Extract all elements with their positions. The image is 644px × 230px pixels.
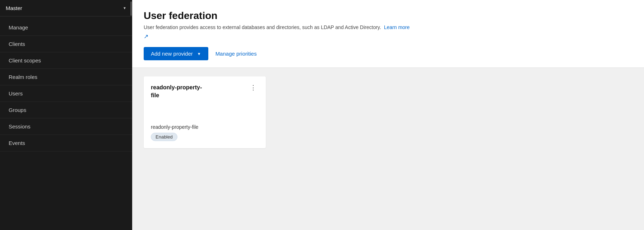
external-link-icon[interactable]: ↗ — [144, 33, 148, 40]
page-actions: Add new provider ▼ Manage priorities — [144, 47, 633, 60]
sidebar-item-clients[interactable]: Clients — [0, 36, 132, 52]
learn-more-link[interactable]: Learn more — [384, 24, 410, 30]
providers-grid: readonly-property- file⋮readonly-propert… — [144, 76, 633, 148]
external-link-wrapper: ↗ — [144, 33, 633, 40]
provider-card-body: readonly-property-fileEnabled — [151, 118, 259, 141]
status-badge: Enabled — [151, 133, 177, 141]
provider-card-readonly-property-file: readonly-property- file⋮readonly-propert… — [144, 76, 266, 148]
sidebar-item-client-scopes[interactable]: Client scopes — [0, 52, 132, 69]
realm-selector[interactable]: Master ▼ — [6, 0, 126, 16]
sidebar-item-events[interactable]: Events — [0, 135, 132, 151]
main-content: User federation User federation provides… — [132, 0, 644, 230]
sidebar-item-realm-roles[interactable]: Realm roles — [0, 69, 132, 85]
sidebar-item-sessions[interactable]: Sessions — [0, 118, 132, 135]
manage-priorities-button[interactable]: Manage priorities — [214, 47, 258, 60]
sidebar-item-manage[interactable]: Manage — [0, 19, 132, 36]
page-title: User federation — [144, 10, 633, 22]
add-new-provider-button[interactable]: Add new provider ▼ — [144, 47, 208, 60]
sidebar-item-groups[interactable]: Groups — [0, 102, 132, 118]
page-header: User federation User federation provides… — [132, 0, 644, 68]
page-description-text: User federation provides access to exter… — [144, 24, 381, 30]
sidebar-scrollbar[interactable] — [130, 0, 132, 230]
realm-name: Master — [6, 5, 22, 11]
add-provider-dropdown-arrow: ▼ — [197, 52, 201, 56]
provider-card-header: readonly-property- file⋮ — [151, 84, 259, 100]
sidebar-item-users[interactable]: Users — [0, 85, 132, 102]
add-new-provider-label: Add new provider — [151, 51, 193, 57]
provider-menu-icon[interactable]: ⋮ — [248, 84, 259, 91]
sidebar-navigation: ManageClientsClient scopesRealm rolesUse… — [0, 17, 132, 154]
provider-instance-name: readonly-property-file — [151, 124, 259, 130]
sidebar: Master ▼ ManageClientsClient scopesRealm… — [0, 0, 132, 230]
content-area: readonly-property- file⋮readonly-propert… — [132, 68, 644, 230]
sidebar-header: Master ▼ — [0, 0, 132, 17]
provider-name-title: readonly-property- file — [151, 84, 248, 100]
page-description: User federation provides access to exter… — [144, 24, 633, 30]
realm-selector-arrow: ▼ — [123, 6, 126, 10]
scrollbar-thumb — [130, 1, 132, 16]
